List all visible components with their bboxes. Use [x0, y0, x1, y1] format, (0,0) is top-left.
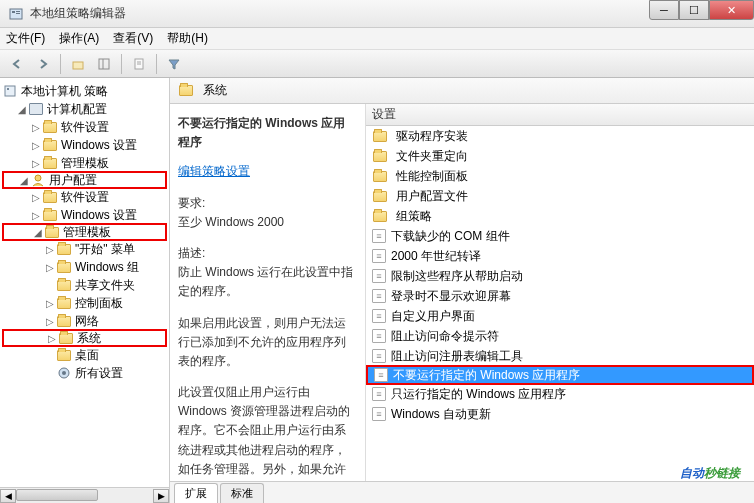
- close-button[interactable]: ✕: [709, 0, 754, 20]
- maximize-button[interactable]: ☐: [679, 0, 709, 20]
- tree-item[interactable]: ▷ 控制面板: [2, 294, 167, 312]
- list-item[interactable]: 文件夹重定向: [366, 146, 754, 166]
- tree-item[interactable]: ▷ Windows 设置: [2, 206, 167, 224]
- list-item[interactable]: 驱动程序安装: [366, 126, 754, 146]
- folder-icon: [56, 296, 72, 310]
- policy-title: 不要运行指定的 Windows 应用程序: [178, 114, 357, 152]
- setting-icon: ≡: [372, 309, 386, 323]
- list-column-header[interactable]: 设置: [366, 104, 754, 126]
- list-item[interactable]: 性能控制面板: [366, 166, 754, 186]
- expand-icon[interactable]: ▷: [30, 158, 42, 169]
- svg-rect-10: [5, 86, 15, 96]
- expand-icon[interactable]: ▷: [44, 244, 56, 255]
- tree-item[interactable]: ▷ Windows 组: [2, 258, 167, 276]
- list-item[interactable]: ≡限制这些程序从帮助启动: [366, 266, 754, 286]
- svg-point-14: [62, 371, 66, 375]
- menu-action[interactable]: 操作(A): [59, 30, 99, 47]
- tree-item[interactable]: 所有设置: [2, 364, 167, 382]
- expand-icon[interactable]: ◢: [16, 104, 28, 115]
- folder-icon: [372, 169, 388, 183]
- setting-icon: ≡: [372, 289, 386, 303]
- description-label: 描述:: [178, 244, 357, 263]
- tree-item[interactable]: ▷ 网络: [2, 312, 167, 330]
- content-panel: 系统 不要运行指定的 Windows 应用程序 编辑策略设置 要求: 至少 Wi…: [170, 78, 754, 503]
- tree-panel: 本地计算机 策略 ◢ 计算机配置 ▷ 软件设置 ▷ Windows 设置 ▷ 管…: [0, 78, 170, 503]
- detail-pane: 不要运行指定的 Windows 应用程序 编辑策略设置 要求: 至少 Windo…: [170, 104, 365, 481]
- list-item[interactable]: 组策略: [366, 206, 754, 226]
- tree-label: 管理模板: [61, 155, 109, 172]
- folder-icon: [372, 209, 388, 223]
- menu-help[interactable]: 帮助(H): [167, 30, 208, 47]
- list-item[interactable]: ≡自定义用户界面: [366, 306, 754, 326]
- list-item[interactable]: ≡Windows 自动更新: [366, 404, 754, 424]
- show-hide-button[interactable]: [93, 53, 115, 75]
- tree-label: Windows 设置: [61, 207, 137, 224]
- folder-icon: [42, 120, 58, 134]
- description-para1: 如果启用此设置，则用户无法运行已添加到不允许的应用程序列表的程序。: [178, 314, 357, 372]
- list-item[interactable]: 用户配置文件: [366, 186, 754, 206]
- folder-icon: [42, 208, 58, 222]
- tree-label: 管理模板: [63, 224, 111, 241]
- tree-label: Windows 组: [75, 259, 139, 276]
- svg-rect-1: [12, 11, 15, 13]
- tree-label: 计算机配置: [47, 101, 107, 118]
- tree-item[interactable]: ▷ Windows 设置: [2, 136, 167, 154]
- tree-label: 控制面板: [75, 295, 123, 312]
- expand-icon[interactable]: ◢: [18, 175, 30, 186]
- tree-hscrollbar[interactable]: ◀▶: [0, 487, 169, 503]
- list-item-selected[interactable]: ≡不要运行指定的 Windows 应用程序: [366, 365, 754, 385]
- tree-item[interactable]: ▷ 软件设置: [2, 118, 167, 136]
- expand-icon[interactable]: ▷: [44, 316, 56, 327]
- svg-point-12: [35, 175, 41, 181]
- list-item[interactable]: ≡阻止访问注册表编辑工具: [366, 346, 754, 366]
- tree-label: 系统: [77, 330, 101, 347]
- tree-computer-config[interactable]: ◢ 计算机配置: [2, 100, 167, 118]
- expand-icon[interactable]: ◢: [32, 227, 44, 238]
- svg-rect-3: [16, 13, 20, 14]
- filter-button[interactable]: [163, 53, 185, 75]
- menu-file[interactable]: 文件(F): [6, 30, 45, 47]
- list-item[interactable]: ≡只运行指定的 Windows 应用程序: [366, 384, 754, 404]
- expand-icon[interactable]: ▷: [30, 140, 42, 151]
- tree-item[interactable]: 共享文件夹: [2, 276, 167, 294]
- setting-icon: ≡: [372, 249, 386, 263]
- tree-item[interactable]: 桌面: [2, 346, 167, 364]
- properties-button[interactable]: [128, 53, 150, 75]
- setting-icon: ≡: [372, 387, 386, 401]
- list-item[interactable]: ≡下载缺少的 COM 组件: [366, 226, 754, 246]
- tab-standard[interactable]: 标准: [220, 483, 264, 503]
- tree-admin-templates[interactable]: ◢ 管理模板: [2, 223, 167, 241]
- menu-view[interactable]: 查看(V): [113, 30, 153, 47]
- tree-item[interactable]: ▷ "开始" 菜单: [2, 240, 167, 258]
- expand-icon[interactable]: ▷: [30, 192, 42, 203]
- list-item[interactable]: ≡2000 年世纪转译: [366, 246, 754, 266]
- tab-extended[interactable]: 扩展: [174, 483, 218, 503]
- tree-system[interactable]: ▷ 系统: [2, 329, 167, 347]
- edit-policy-link[interactable]: 编辑策略设置: [178, 164, 250, 178]
- expand-icon[interactable]: ▷: [30, 122, 42, 133]
- tree-user-config[interactable]: ◢ 用户配置: [2, 171, 167, 189]
- toolbar: [0, 50, 754, 78]
- folder-icon: [58, 331, 74, 345]
- tree-item[interactable]: ▷ 软件设置: [2, 188, 167, 206]
- up-button[interactable]: [67, 53, 89, 75]
- list-item[interactable]: ≡阻止访问命令提示符: [366, 326, 754, 346]
- expand-icon[interactable]: ▷: [44, 262, 56, 273]
- back-button[interactable]: [6, 53, 28, 75]
- svg-rect-2: [16, 11, 20, 12]
- list-item[interactable]: ≡登录时不显示欢迎屏幕: [366, 286, 754, 306]
- forward-button[interactable]: [32, 53, 54, 75]
- tree-root[interactable]: 本地计算机 策略: [2, 82, 167, 100]
- tree-label: 软件设置: [61, 119, 109, 136]
- expand-icon[interactable]: ▷: [46, 333, 58, 344]
- tree-item[interactable]: ▷ 管理模板: [2, 154, 167, 172]
- app-icon: [8, 6, 24, 22]
- description-para2: 此设置仅阻止用户运行由 Windows 资源管理器进程启动的程序。它不会阻止用户…: [178, 383, 357, 481]
- minimize-button[interactable]: ─: [649, 0, 679, 20]
- expand-icon[interactable]: ▷: [30, 210, 42, 221]
- tree-label: Windows 设置: [61, 137, 137, 154]
- folder-icon: [372, 149, 388, 163]
- expand-icon[interactable]: ▷: [44, 298, 56, 309]
- folder-icon: [56, 314, 72, 328]
- tree-label: 用户配置: [49, 172, 97, 189]
